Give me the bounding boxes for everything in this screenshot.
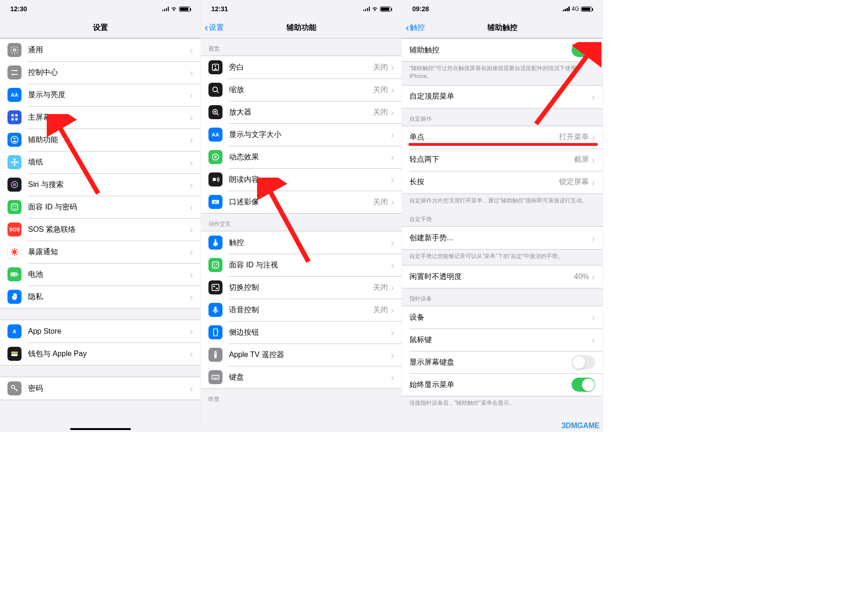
row-text-size[interactable]: AA显示与文字大小› <box>201 123 401 146</box>
row-magnifier[interactable]: 放大器关闭› <box>201 101 401 123</box>
settings-group: 旁白关闭›缩放关闭›放大器关闭›AA显示与文字大小›动态效果›朗读内容›AD口述… <box>201 56 401 214</box>
status-right <box>363 6 392 12</box>
row-touch[interactable]: 触控› <box>201 231 401 254</box>
chevron-right-icon: › <box>190 135 193 144</box>
row-label: 口述影像 <box>229 197 373 207</box>
row-devices[interactable]: 设备› <box>402 306 602 329</box>
row-exposure[interactable]: 暴露通知› <box>0 241 201 263</box>
chevron-right-icon: › <box>391 63 394 72</box>
row-create-gesture[interactable]: 创建新手势...› <box>402 227 602 249</box>
home-indicator[interactable] <box>70 428 131 430</box>
back-button[interactable]: ‹ 触控 <box>406 23 425 33</box>
svg-rect-24 <box>11 351 17 353</box>
row-always-menu[interactable]: 始终显示菜单 <box>402 373 602 396</box>
switch-icon <box>208 280 222 294</box>
motion-icon <box>208 150 222 164</box>
row-label: 面容 ID 与密码 <box>28 202 190 212</box>
svg-point-39 <box>216 264 217 265</box>
row-battery[interactable]: 电池› <box>0 263 201 286</box>
status-bar: 12:31 <box>201 0 401 18</box>
svg-rect-37 <box>212 262 218 268</box>
row-control-center[interactable]: 控制中心› <box>0 61 201 84</box>
battery-icon <box>179 7 190 12</box>
row-voiceover[interactable]: 旁白关闭› <box>201 56 401 79</box>
chevron-right-icon: › <box>391 260 394 270</box>
row-switch-control[interactable]: 切换控制关闭› <box>201 276 401 299</box>
svg-point-29 <box>215 65 216 67</box>
row-long-press[interactable]: 长按锁定屏幕› <box>402 171 602 193</box>
row-double-tap[interactable]: 轻点两下截屏› <box>402 149 602 171</box>
chevron-right-icon: › <box>592 155 595 165</box>
svg-rect-43 <box>215 307 217 311</box>
row-idle-opacity[interactable]: 闲置时不透明度40%› <box>402 265 602 288</box>
row-label: 鼠标键 <box>409 335 592 345</box>
screen-assistive-touch: 09:28 4G ‹ 触控 辅助触控 辅助触控"辅助触控"可让您在触摸屏幕有困难… <box>402 0 603 432</box>
chevron-right-icon: › <box>190 349 193 358</box>
toggle-switch[interactable] <box>572 355 595 369</box>
section-header: 动作交互 <box>201 214 401 231</box>
remote-icon <box>208 348 222 362</box>
row-apple-tv[interactable]: Apple TV 遥控器› <box>201 344 401 366</box>
siri-icon <box>7 178 22 192</box>
wifi-icon <box>171 6 177 12</box>
row-label: App Store <box>28 327 190 336</box>
row-mouse-keys[interactable]: 鼠标键› <box>402 329 602 351</box>
back-button[interactable]: ‹ 设置 <box>205 23 224 33</box>
row-label: 显示与文字大小 <box>229 130 391 140</box>
section-header: 指针设备 <box>402 288 602 306</box>
row-onscreen-kb[interactable]: 显示屏幕键盘 <box>402 351 602 373</box>
battery-icon <box>7 267 22 281</box>
chevron-right-icon: › <box>190 90 193 100</box>
row-siri[interactable]: Siri 与搜索› <box>0 173 201 196</box>
row-audio-desc[interactable]: AD口述影像关闭› <box>201 191 401 213</box>
row-wallet[interactable]: 钱包与 Apple Pay› <box>0 343 201 365</box>
section-header: 视觉 <box>201 38 401 56</box>
row-home-screen[interactable]: 主屏幕› <box>0 106 201 129</box>
row-voice-control[interactable]: 语音控制关闭› <box>201 299 401 321</box>
row-side-button[interactable]: 侧边按钮› <box>201 321 401 344</box>
row-sos[interactable]: SOSSOS 紧急联络› <box>0 218 201 241</box>
row-assistive-touch[interactable]: 辅助触控 <box>402 39 602 61</box>
row-keyboard[interactable]: 键盘› <box>201 366 401 388</box>
row-motion[interactable]: 动态效果› <box>201 146 401 168</box>
svg-rect-21 <box>17 273 18 275</box>
row-value: 截屏 <box>574 155 589 165</box>
chevron-right-icon: › <box>391 372 394 382</box>
row-accessibility[interactable]: 辅助功能› <box>0 129 201 151</box>
row-value: 关闭 <box>373 107 388 117</box>
svg-rect-5 <box>11 118 14 121</box>
chevron-right-icon: › <box>190 292 193 301</box>
row-label: 辅助触控 <box>409 45 572 55</box>
toggle-switch[interactable] <box>572 43 595 57</box>
row-label: 始终显示菜单 <box>409 380 572 390</box>
status-bar: 12:30 <box>0 0 201 18</box>
settings-group: 通用›控制中心›AA显示与亮度›主屏幕›辅助功能›墙纸›Siri 与搜索›面容 … <box>0 38 201 308</box>
mag-icon <box>208 105 222 119</box>
chevron-right-icon: › <box>190 327 193 336</box>
row-privacy[interactable]: 隐私› <box>0 286 201 308</box>
status-time: 12:31 <box>211 5 228 13</box>
chevron-right-icon: › <box>391 175 394 184</box>
svg-point-7 <box>11 136 18 143</box>
chevron-right-icon: › <box>190 68 193 77</box>
toggle-switch[interactable] <box>572 378 595 392</box>
status-bar: 09:28 4G <box>402 0 602 18</box>
section-footer: "辅助触控"可让您在触摸屏幕有困难或需要自适应配件的情况下使用 iPhone。 <box>402 62 602 85</box>
row-zoom[interactable]: 缩放关闭› <box>201 79 401 101</box>
row-passwords[interactable]: 密码› <box>0 377 201 400</box>
svg-point-38 <box>214 264 215 265</box>
chevron-right-icon: › <box>391 85 394 94</box>
row-faceid2[interactable]: 面容 ID 与注视› <box>201 254 401 276</box>
row-wallpaper[interactable]: 墙纸› <box>0 151 201 173</box>
row-display[interactable]: AA显示与亮度› <box>0 84 201 106</box>
row-appstore[interactable]: AApp Store› <box>0 320 201 343</box>
svg-point-17 <box>13 206 14 207</box>
row-customize-menu[interactable]: 自定顶层菜单› <box>402 86 602 108</box>
A-icon: A <box>7 324 22 338</box>
chevron-right-icon: › <box>592 313 595 322</box>
svg-point-47 <box>215 352 216 354</box>
row-general[interactable]: 通用› <box>0 39 201 61</box>
row-spoken[interactable]: 朗读内容› <box>201 168 401 191</box>
row-faceid[interactable]: 面容 ID 与密码› <box>0 196 201 218</box>
settings-group: 触控›面容 ID 与注视›切换控制关闭›语音控制关闭›侧边按钮›Apple TV… <box>201 231 401 389</box>
